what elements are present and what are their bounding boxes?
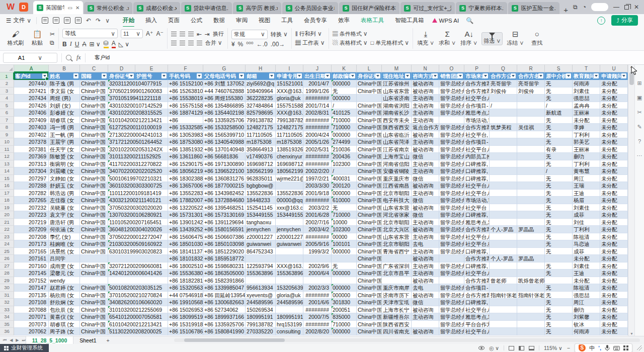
cell[interactable]: 被动咨询 xyxy=(412,80,439,87)
cell[interactable] xyxy=(490,167,517,175)
cell[interactable]: 无 xyxy=(545,299,573,306)
cell[interactable] xyxy=(517,160,545,168)
document-tab[interactable]: S公务员国企事业单位 xyxy=(282,2,338,14)
cell[interactable]: China中国 xyxy=(80,284,108,292)
cell[interactable]: China中国 xyxy=(80,219,108,226)
cell[interactable]: 207304 xyxy=(14,167,49,175)
cell[interactable]: 社交平台,/ xyxy=(464,190,490,197)
cell[interactable]: 合作方推荐 xyxy=(464,226,490,233)
header-cell[interactable]: 客户id xyxy=(14,72,49,80)
cell[interactable]: +86 1582391866 xyxy=(203,277,246,285)
cell[interactable]: 500108200203035125 xyxy=(108,284,168,292)
cell[interactable]: China中国 xyxy=(357,153,382,160)
cell[interactable]: 2002/8/31 xyxy=(303,109,332,117)
cell[interactable]: 2001/6/28 xyxy=(303,211,332,219)
cell[interactable] xyxy=(490,131,517,139)
cell[interactable]: 无 xyxy=(545,219,573,226)
cell[interactable]: 王丽淋 xyxy=(573,109,600,117)
column-header-J[interactable]: J xyxy=(303,65,332,72)
cell[interactable]: 合作项目- xyxy=(464,138,490,146)
select-all-corner[interactable] xyxy=(0,65,14,72)
row-header[interactable]: 35 xyxy=(0,321,14,328)
header-cell[interactable]: 现住地址 xyxy=(382,72,412,80)
cell[interactable]: 广东省深圳 xyxy=(382,262,412,270)
cell[interactable]: ######## xyxy=(303,124,332,131)
cell[interactable]: 微信 xyxy=(412,153,439,160)
cell[interactable]: +86 1899937166 xyxy=(203,313,246,321)
cell[interactable]: 100101 xyxy=(332,240,357,248)
cell[interactable]: China中国 xyxy=(80,131,108,139)
menu-tab[interactable]: 公式 xyxy=(191,17,202,24)
cell[interactable]: 亮哥留学 xyxy=(490,80,517,87)
row-header[interactable]: 9 xyxy=(0,131,14,139)
cell[interactable]: 山东省东营 xyxy=(382,233,412,241)
minimize-icon[interactable]: — xyxy=(613,4,619,11)
header-cell[interactable]: 邮箱 xyxy=(246,72,276,80)
cell[interactable]: 青海省西宁 xyxy=(382,248,412,255)
cell[interactable]: 留学总经办 xyxy=(439,211,464,219)
cell[interactable]: 2002/3/3 xyxy=(303,284,332,292)
cell[interactable]: +86 155363800 xyxy=(168,270,203,277)
cell[interactable]: +86 180562199 xyxy=(168,167,203,175)
eraser-icon[interactable]: ◺ ∨ xyxy=(119,41,129,48)
cell[interactable]: 207402 xyxy=(14,131,49,139)
cell[interactable]: +86 1533258500 xyxy=(203,124,246,131)
cell[interactable]: 未分配 xyxy=(600,87,628,95)
cell[interactable]: China中国 xyxy=(357,219,382,226)
currency-icon[interactable]: ¥ xyxy=(231,41,235,48)
filter-dropdown-icon[interactable] xyxy=(102,73,107,78)
header-cell[interactable]: 教育顾问 xyxy=(573,72,600,80)
menu-wps-ai[interactable]: WPS AI xyxy=(439,18,459,24)
cell[interactable]: 返点合作方 xyxy=(412,124,439,131)
cell[interactable]: 周子路 (女 xyxy=(49,328,80,335)
cell[interactable]: +86 139012421 xyxy=(168,219,203,226)
cell[interactable]: China中国 xyxy=(80,262,108,270)
cell[interactable]: z20001227 xyxy=(276,233,303,241)
cell[interactable]: China中国 xyxy=(80,175,108,183)
cell[interactable]: 主动咨询 xyxy=(412,102,439,110)
cell[interactable]: 411702200312270822 xyxy=(108,160,168,168)
cell[interactable]: +86 xyxy=(168,117,203,124)
cell[interactable]: 留学总经办 xyxy=(439,313,464,321)
cell[interactable]: 244589596 xyxy=(246,299,276,306)
cell[interactable]: 文静如 (女 xyxy=(49,175,80,183)
cell[interactable]: 无 xyxy=(545,284,573,292)
sheet-tab-active[interactable]: 11_28_5_1000 xyxy=(26,336,74,344)
cell[interactable]: 留学总经办 xyxy=(439,182,464,190)
cell[interactable] xyxy=(439,255,464,262)
cell[interactable]: 周江 xyxy=(573,175,600,183)
cell[interactable]: tanghaoxu xyxy=(246,219,276,226)
cell[interactable] xyxy=(490,95,517,102)
cell[interactable]: 被动咨询 xyxy=(412,255,439,262)
cell[interactable]: 山东省菏泽 xyxy=(382,138,412,146)
cell[interactable]: 200120 xyxy=(332,182,357,190)
cell[interactable]: 370105199411221118 xyxy=(108,95,168,102)
cell[interactable]: 630103199903020823 xyxy=(108,248,168,255)
cell[interactable]: 362228235 xyxy=(246,95,276,102)
document-tab[interactable]: S宁夏教师样本.xlsx xyxy=(456,2,507,14)
cell[interactable]: ######## xyxy=(303,321,332,328)
row-header[interactable]: 11 xyxy=(0,146,14,153)
cell[interactable]: 962835011 xyxy=(246,175,276,183)
cell[interactable]: 李婵 xyxy=(573,124,600,131)
cell[interactable]: bgbgbow@ xyxy=(246,182,276,190)
cell[interactable]: 被动咨询 xyxy=(412,87,439,95)
cell[interactable]: 207147 xyxy=(14,284,49,292)
cell[interactable]: 合作项目- xyxy=(464,102,490,110)
cell[interactable]: 无 xyxy=(545,270,573,277)
menu-tab[interactable]: 审阅 xyxy=(236,17,248,24)
cell[interactable]: 何雨涛 xyxy=(573,80,600,87)
header-cell[interactable]: 出生日期 xyxy=(303,72,332,80)
cell[interactable]: 韩浩远 (男 xyxy=(49,190,80,197)
cell[interactable]: 湖南省浏阳 xyxy=(382,102,412,110)
sum-button[interactable]: Σ求和 ∨ xyxy=(438,30,456,47)
layout-switch-icon[interactable]: ⧉ xyxy=(573,4,578,11)
macro-record-icon[interactable]: ◎ ∨ xyxy=(489,345,499,351)
indent-increase-icon[interactable]: ⇥ xyxy=(205,31,210,38)
cell[interactable]: / xyxy=(490,102,517,110)
cell[interactable]: 江苏省徐州 xyxy=(382,80,412,87)
cell[interactable] xyxy=(303,277,332,285)
cell[interactable] xyxy=(276,306,303,314)
cell[interactable]: 未分配 xyxy=(600,226,628,233)
cell[interactable]: 无 xyxy=(545,233,573,241)
